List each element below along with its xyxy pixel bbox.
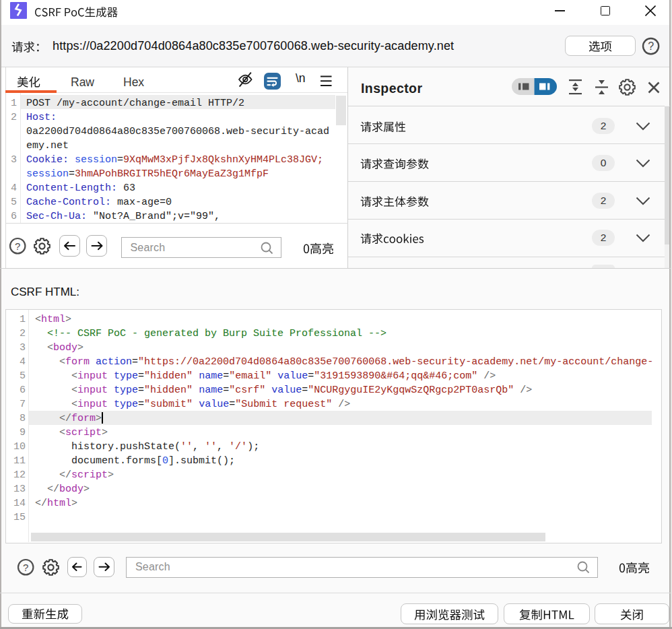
svg-text:?: ? [23, 561, 28, 572]
svg-text:?: ? [648, 40, 654, 52]
svg-text:?: ? [15, 240, 20, 251]
